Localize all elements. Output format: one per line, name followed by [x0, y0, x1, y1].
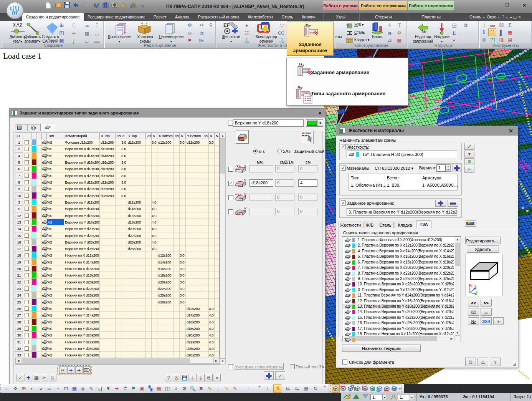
- svg-text:y: y: [474, 284, 476, 288]
- svg-text:№: №: [421, 29, 426, 34]
- svg-text:z: z: [471, 283, 473, 287]
- svg-text:EF: EF: [223, 22, 230, 28]
- svg-text:X,Y,Z: X,Y,Z: [13, 23, 22, 27]
- svg-text:x: x: [476, 290, 478, 293]
